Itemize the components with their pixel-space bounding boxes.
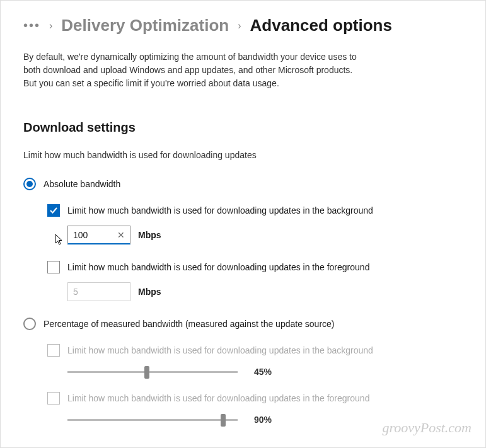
page-title: Advanced options: [250, 16, 392, 35]
checkbox-label-limit-fg-pct: Limit how much bandwidth is used for dow…: [67, 393, 369, 403]
watermark: groovyPost.com: [382, 420, 472, 436]
checkbox-limit-fg[interactable]: [47, 261, 60, 273]
radio-row-percentage[interactable]: Percentage of measured bandwidth (measur…: [23, 318, 463, 330]
input-value: 5: [73, 287, 78, 297]
breadcrumb-more-icon[interactable]: •••: [23, 18, 40, 33]
checkbox-limit-bg[interactable]: [47, 204, 60, 217]
section-subtext: Limit how much bandwidth is used for dow…: [23, 150, 463, 160]
input-bg-bandwidth[interactable]: 100 ✕: [67, 226, 130, 244]
chevron-right-icon: ›: [49, 20, 52, 32]
slider-bg-pct: [67, 365, 238, 378]
slider-fg-pct: [67, 413, 238, 426]
radio-label-percentage: Percentage of measured bandwidth (measur…: [43, 319, 335, 329]
check-row-fg-absolute[interactable]: Limit how much bandwidth is used for dow…: [47, 261, 463, 273]
checkbox-label-limit-fg: Limit how much bandwidth is used for dow…: [67, 262, 369, 272]
slider-track: [67, 419, 238, 421]
slider-thumb: [221, 414, 226, 427]
radio-percentage-bandwidth[interactable]: [23, 318, 36, 330]
slider-value-bg: 45%: [254, 367, 272, 377]
input-value: 100: [73, 230, 88, 240]
checkbox-label-limit-bg-pct: Limit how much bandwidth is used for dow…: [67, 345, 373, 355]
checkbox-label-limit-bg: Limit how much bandwidth is used for dow…: [67, 205, 373, 215]
section-title-download-settings: Download settings: [23, 120, 463, 135]
radio-label-absolute: Absolute bandwidth: [43, 179, 120, 189]
check-row-bg-absolute[interactable]: Limit how much bandwidth is used for dow…: [47, 204, 463, 217]
check-row-bg-percent: Limit how much bandwidth is used for dow…: [47, 344, 463, 357]
input-fg-bandwidth[interactable]: 5: [67, 282, 130, 301]
check-row-fg-percent: Limit how much bandwidth is used for dow…: [47, 392, 463, 405]
breadcrumb-delivery-optimization[interactable]: Delivery Optimization: [61, 16, 229, 35]
unit-mbps: Mbps: [138, 287, 161, 297]
slider-track: [67, 371, 238, 373]
unit-mbps: Mbps: [138, 230, 161, 240]
clear-input-icon[interactable]: ✕: [117, 230, 125, 240]
checkbox-limit-fg-pct: [47, 392, 60, 405]
chevron-right-icon: ›: [238, 20, 241, 32]
page-description: By default, we're dynamically optimizing…: [23, 50, 364, 90]
radio-row-absolute[interactable]: Absolute bandwidth: [23, 178, 463, 190]
radio-absolute-bandwidth[interactable]: [23, 178, 36, 190]
slider-thumb: [144, 366, 149, 379]
slider-value-fg: 90%: [254, 415, 272, 425]
breadcrumb: ••• › Delivery Optimization › Advanced o…: [23, 16, 463, 35]
checkbox-limit-bg-pct: [47, 344, 60, 357]
